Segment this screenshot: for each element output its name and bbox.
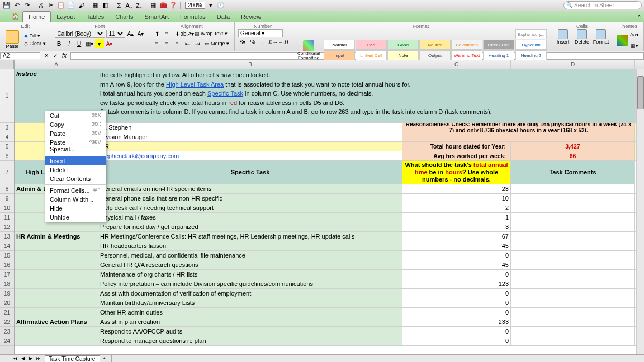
row-header[interactable]: 10 [0, 203, 14, 213]
tab-review[interactable]: Review [235, 12, 267, 22]
cell[interactable] [511, 251, 635, 260]
font-size-select[interactable]: 11 [106, 30, 125, 38]
menu-item[interactable]: Insert [45, 156, 106, 165]
cell[interactable] [511, 184, 635, 193]
fill-color-button[interactable]: ▾ [95, 39, 104, 48]
new-sheet-icon[interactable]: + [100, 355, 108, 362]
menu-item[interactable]: Unhide [45, 213, 106, 222]
style-cell[interactable]: Heading 1 [483, 50, 514, 60]
style-cell[interactable]: Neutral [419, 40, 451, 50]
reasonableness-header[interactable]: Reasonableness Check: Remember there are… [402, 123, 635, 132]
cell[interactable] [511, 298, 635, 307]
cell[interactable]: Assist in plan creation [98, 317, 402, 326]
row-header[interactable]: 13 [0, 232, 14, 241]
tab-tables[interactable]: Tables [80, 12, 110, 22]
cell[interactable]: 3 [402, 222, 511, 231]
cell[interactable] [511, 194, 635, 203]
cell[interactable] [511, 289, 635, 298]
zoom-level[interactable]: 200% [185, 2, 205, 9]
menu-item[interactable]: Copy⌘C [45, 120, 106, 129]
row-header[interactable]: 20 [0, 298, 14, 308]
row-header[interactable]: 6 [0, 151, 14, 161]
header-cell[interactable]: Specific Task [98, 161, 402, 184]
cell[interactable] [402, 132, 635, 141]
menu-item[interactable]: Cut⌘X [45, 111, 106, 120]
cell[interactable] [15, 298, 98, 307]
style-cell[interactable]: Calculation [451, 40, 482, 50]
orientation-icon[interactable]: ab↗▾ [183, 29, 192, 38]
style-cell[interactable]: Warning Text [451, 50, 482, 60]
column-header[interactable]: A [15, 60, 98, 69]
cell[interactable]: Avg hrs worked per week: [402, 151, 511, 160]
insert-cells-button[interactable]: Insert [555, 29, 571, 45]
tab-layout[interactable]: Layout [51, 12, 80, 22]
cell[interactable]: 1 [402, 213, 511, 222]
cell-styles-gallery[interactable]: NormalBadGoodNeutralCalculationCheck Cel… [324, 40, 514, 60]
row-header[interactable]: 24 [0, 336, 14, 346]
column-header[interactable]: B [98, 60, 402, 69]
menu-item[interactable]: Clear Contents [45, 174, 106, 183]
header-cell[interactable]: Task Comments [511, 161, 635, 184]
cell[interactable]: 123 [402, 279, 511, 288]
align-right-icon[interactable]: ≡ [173, 39, 182, 48]
cell[interactable]: 0 [402, 298, 511, 307]
percent-icon[interactable]: % [248, 37, 257, 46]
cell[interactable] [15, 251, 98, 260]
sheet-tab[interactable]: Task Time Capture [45, 355, 100, 362]
font-name-select[interactable]: Calibri (Body) [55, 30, 105, 38]
merge-button[interactable]: ▭ Merge ▾ [203, 40, 231, 47]
themes-button[interactable] [617, 35, 628, 46]
cell[interactable] [15, 327, 98, 336]
decimal-inc-icon[interactable]: .0→ [268, 37, 277, 46]
cell[interactable] [15, 336, 98, 345]
indent-dec-icon[interactable]: ⇤ [183, 39, 192, 48]
cell[interactable]: General HR Q/A research questions [98, 260, 402, 269]
row-header[interactable]: 11 [0, 213, 14, 222]
menu-item[interactable]: Column Width... [45, 195, 106, 204]
cell[interactable] [511, 260, 635, 269]
cell[interactable]: Help desk call / needing technical suppo… [98, 203, 402, 212]
cell[interactable]: Total hours stated for Year: [402, 142, 511, 151]
cell[interactable] [511, 203, 635, 212]
currency-icon[interactable]: $▾ [238, 37, 247, 46]
cell[interactable]: Maintenance of org charts / HR lists [98, 270, 402, 279]
menu-item[interactable]: Format Cells...⌘1 [45, 186, 106, 195]
row-header[interactable]: 8 [0, 184, 14, 194]
cell[interactable] [15, 260, 98, 269]
email-cell[interactable]: stephenclark@company.com [98, 151, 402, 160]
toolbar-icon[interactable]: ◧ [101, 1, 110, 10]
cell[interactable]: Prepare for next day / get organized [98, 222, 402, 231]
cell[interactable]: 67 [402, 232, 511, 241]
sum-icon[interactable]: Σ [115, 1, 124, 10]
name-box[interactable]: A2 [0, 52, 40, 59]
cell[interactable]: 0 [402, 270, 511, 279]
style-cell[interactable]: Linked Cell [356, 50, 387, 60]
cell[interactable]: HR headquarters liaison [98, 241, 402, 250]
clear-button[interactable]: ◇ Clear ▾ [22, 40, 48, 47]
search-input[interactable]: Search in Sheet [564, 1, 642, 9]
cell[interactable]: 23 [402, 184, 511, 193]
cell[interactable]: 233 [402, 317, 511, 326]
style-cell[interactable]: Output [419, 50, 451, 60]
style-cell[interactable]: Note [387, 50, 419, 60]
row-header[interactable]: 4 [0, 132, 14, 142]
prev-sheet-icon[interactable]: ◀ [19, 355, 27, 362]
instructions-text[interactable]: the cells highlighted in yellow. All oth… [98, 69, 635, 122]
style-cell[interactable]: Check Cell [483, 40, 514, 50]
indent-inc-icon[interactable]: ⇥ [193, 39, 202, 48]
column-header[interactable]: D [511, 60, 635, 69]
cell[interactable]: Personnel, medical, and confidential fil… [98, 251, 402, 260]
select-all-corner[interactable] [0, 60, 14, 69]
tab-charts[interactable]: Charts [110, 12, 139, 22]
scrollbar-thumb[interactable] [637, 76, 644, 109]
style-cell[interactable]: Normal [324, 40, 355, 50]
cell[interactable]: 45 [402, 260, 511, 269]
row-header[interactable]: 23 [0, 327, 14, 336]
wrap-text-button[interactable]: ▤ Wrap Text ▾ [193, 30, 229, 37]
column-header[interactable]: C [402, 60, 511, 69]
cell[interactable]: Policy interpretation – can include Divi… [98, 279, 402, 288]
cell[interactable]: Maintain birthday/anniversary Lists [98, 298, 402, 307]
toolbox-icon[interactable]: 🧰 [159, 1, 168, 10]
borders-button[interactable]: ▦▾ [85, 39, 94, 48]
cell[interactable] [511, 270, 635, 279]
